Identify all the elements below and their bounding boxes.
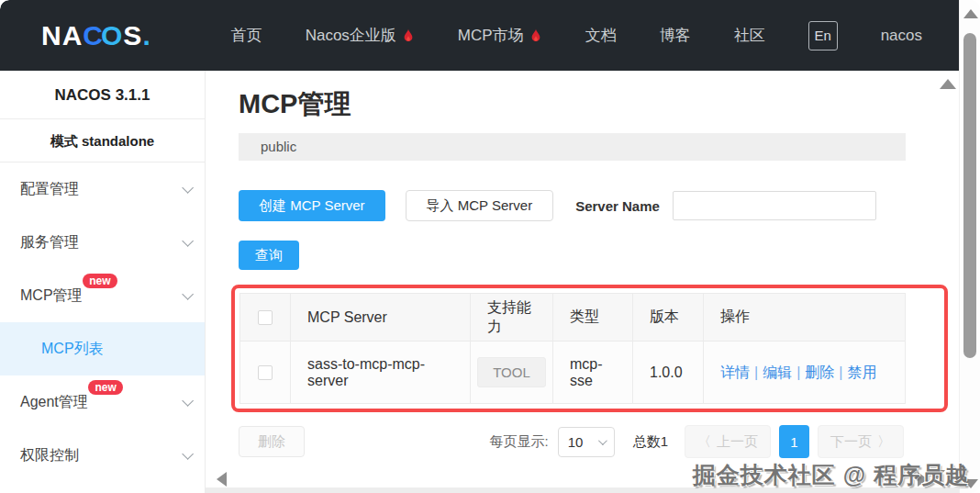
horizontal-scrollbar-track[interactable] [206, 487, 959, 493]
nav-item-docs[interactable]: 文档 [585, 25, 617, 46]
action-separator: | [754, 364, 758, 380]
disable-link[interactable]: 禁用 [847, 364, 876, 380]
nav-item-label: MCP市场 [458, 25, 524, 46]
action-separator: | [796, 364, 800, 380]
chevron-down-icon [182, 448, 194, 460]
vertical-scrollbar-thumb[interactable] [963, 33, 976, 358]
navbar-menu: 首页 Nacos企业版 MCP市场 文档 博客 社区 En nacos [231, 21, 922, 50]
row-checkbox[interactable] [258, 365, 273, 380]
nav-item-label: 博客 [660, 25, 691, 46]
top-navbar: NACOS. 首页 Nacos企业版 MCP市场 文档 博客 社区 En nac… [0, 0, 959, 71]
edit-link[interactable]: 编辑 [763, 364, 792, 380]
scrollbar-down-arrow-icon[interactable] [963, 479, 978, 488]
create-mcp-server-button[interactable]: 创建 MCP Server [239, 190, 385, 221]
page-size-label: 每页显示: [489, 433, 548, 451]
table-row: sass-to-mcp-mcp-server TOOL mcp-sse 1.0.… [240, 342, 906, 404]
next-page-button[interactable]: 下一页 〉 [818, 425, 904, 458]
nacos-logo[interactable]: NACOS. [41, 20, 151, 51]
flame-icon [402, 28, 415, 43]
sidebar-item-mcp-management[interactable]: MCP管理new [0, 269, 205, 322]
table-footer: 删除 每页显示: 10 总数1 〈 上一页 1 下一页 〉 [239, 425, 904, 458]
nav-item-label: 社区 [734, 25, 765, 46]
query-button[interactable]: 查询 [239, 241, 299, 270]
detail-link[interactable]: 详情 [720, 364, 750, 380]
next-page-label: 下一页 [830, 433, 872, 451]
browser-window: NACOS. 首页 Nacos企业版 MCP市场 文档 博客 社区 En nac… [0, 0, 980, 493]
column-header-actions: 操作 [704, 294, 906, 342]
new-badge: new [83, 274, 117, 288]
chevron-down-icon [182, 395, 194, 407]
username-menu[interactable]: nacos [881, 27, 922, 45]
prev-arrow-icon: 〈 [697, 433, 711, 451]
current-page-button[interactable]: 1 [779, 425, 809, 458]
table-header-row: MCP Server 支持能力 类型 版本 操作 [240, 294, 906, 342]
page-size-value: 10 [568, 434, 584, 450]
prev-page-button[interactable]: 〈 上一页 [685, 425, 771, 458]
row-actions: 详情|编辑|删除|禁用 [720, 362, 878, 384]
cell-version: 1.0.0 [633, 342, 704, 404]
scroll-right-arrow-icon[interactable] [918, 472, 928, 487]
capability-tag: TOOL [477, 357, 546, 387]
next-arrow-icon: 〉 [877, 433, 891, 451]
nacos-version-label: NACOS 3.1.1 [0, 71, 205, 119]
column-header-name: MCP Server [291, 294, 471, 342]
new-badge: new [88, 380, 122, 395]
logo-text: NA [41, 20, 83, 51]
mcp-server-table: MCP Server 支持能力 类型 版本 操作 sass-to-mcp-mcp… [239, 293, 906, 404]
sidebar-item-label: Agent管理new [20, 393, 88, 412]
batch-delete-button[interactable]: 删除 [239, 426, 305, 457]
nav-item-enterprise[interactable]: Nacos企业版 [306, 25, 415, 46]
column-header-version: 版本 [633, 294, 704, 342]
sidebar-item-label: 权限控制 [20, 446, 79, 465]
cell-type: mcp-sse [553, 342, 633, 404]
scroll-left-arrow-icon[interactable] [217, 472, 227, 487]
column-header-type: 类型 [553, 294, 633, 342]
main-content: MCP管理 public 创建 MCP Server 导入 MCP Server… [206, 71, 959, 493]
highlighted-table-region: MCP Server 支持能力 类型 版本 操作 sass-to-mcp-mcp… [231, 285, 948, 412]
sidebar-item-agent-management[interactable]: Agent管理new [0, 375, 205, 429]
page-title: MCP管理 [239, 85, 959, 122]
nav-item-community[interactable]: 社区 [734, 25, 765, 46]
pagination-area: 每页显示: 10 总数1 〈 上一页 1 下一页 〉 [489, 425, 904, 458]
nav-item-mcp-market[interactable]: MCP市场 [458, 25, 542, 46]
sidebar-item-label: MCP管理new [20, 286, 83, 306]
chevron-down-icon [182, 235, 194, 247]
sidebar-item-config-management[interactable]: 配置管理 [0, 162, 205, 216]
language-toggle-button[interactable]: En [808, 21, 838, 50]
chevron-down-icon [182, 288, 194, 300]
chevron-down-icon [182, 182, 194, 194]
vertical-scrollbar-track[interactable] [959, 0, 980, 493]
sidebar-item-service-management[interactable]: 服务管理 [0, 216, 205, 269]
server-name-input[interactable] [673, 191, 876, 220]
mode-label: 模式 standalone [0, 119, 205, 162]
action-separator: | [839, 364, 842, 380]
toolbar: 创建 MCP Server 导入 MCP Server Server Name [239, 190, 959, 221]
scroll-up-arrow-icon[interactable] [940, 79, 956, 89]
sidebar-item-label: 配置管理 [20, 180, 79, 199]
logo-text: S [123, 20, 142, 51]
nav-item-blog[interactable]: 博客 [660, 25, 691, 46]
select-all-checkbox[interactable] [258, 310, 273, 325]
logo-text: . [142, 20, 150, 51]
sidebar-item-label: 服务管理 [20, 233, 79, 252]
nav-item-label: Nacos企业版 [306, 25, 396, 46]
chevron-down-icon [598, 436, 607, 445]
nav-item-home[interactable]: 首页 [231, 25, 262, 46]
column-header-capability: 支持能力 [471, 294, 553, 342]
sidebar-item-permission-control[interactable]: 权限控制 [0, 429, 205, 482]
delete-link[interactable]: 删除 [805, 364, 834, 380]
server-name-label: Server Name [575, 198, 660, 214]
scroll-down-arrow-icon [929, 470, 945, 480]
flame-icon [529, 28, 542, 43]
namespace-bar[interactable]: public [239, 133, 906, 161]
page-size-select[interactable]: 10 [558, 427, 615, 457]
nav-item-label: 首页 [231, 25, 262, 46]
sidebar-item-mcp-list[interactable]: MCP列表 [0, 322, 205, 375]
cell-server-name: sass-to-mcp-mcp-server [291, 342, 471, 404]
scrollbar-up-arrow-icon[interactable] [963, 9, 978, 18]
nav-item-label: 文档 [585, 25, 617, 46]
logo-text: O [101, 20, 123, 51]
sidebar: NACOS 3.1.1 模式 standalone 配置管理 服务管理 MCP管… [0, 71, 206, 493]
total-count-label: 总数1 [633, 433, 668, 451]
import-mcp-server-button[interactable]: 导入 MCP Server [406, 190, 554, 221]
